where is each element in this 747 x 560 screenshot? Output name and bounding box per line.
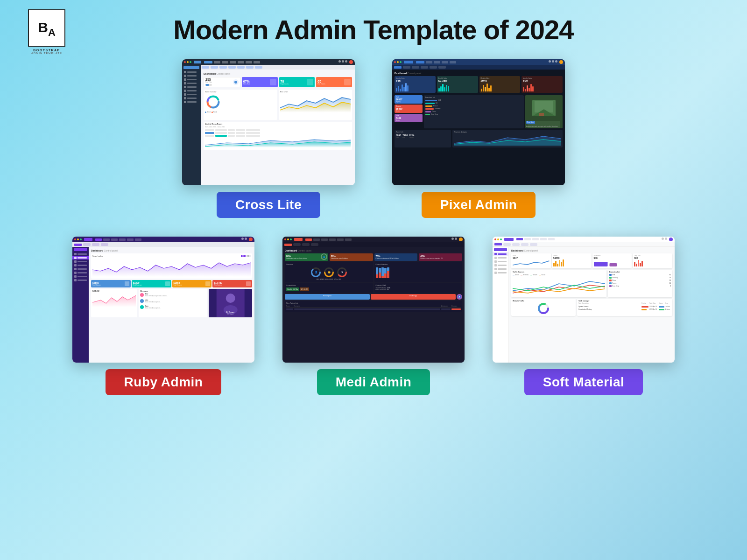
soft-material-label: Soft Material xyxy=(524,369,643,395)
svg-rect-24 xyxy=(609,263,617,266)
logo-area: BA BOOTSTRAP ADMIN TEMPLATE xyxy=(28,9,65,55)
ruby-admin-screenshot: Dashboard Control panel Server loading 1… xyxy=(72,237,254,363)
bottom-row: Dashboard Control panel Server loading 1… xyxy=(72,237,675,395)
template-medi-admin[interactable]: Dashboard Control panel 80% Satisfaction… xyxy=(282,237,465,395)
logo-letters: BA xyxy=(38,18,56,38)
soft-material-screenshot: Dashboard Control panel Visits 1047 Orde… xyxy=(493,237,675,363)
header: BA BOOTSTRAP ADMIN TEMPLATE Modern Admin… xyxy=(0,0,747,50)
pixel-admin-label: Pixel Admin xyxy=(422,192,536,218)
template-ruby-admin[interactable]: Dashboard Control panel Server loading 1… xyxy=(72,237,254,395)
svg-rect-23 xyxy=(594,262,608,266)
svg-point-12 xyxy=(226,294,235,303)
medi-admin-label: Medi Admin xyxy=(317,369,430,395)
svg-text:👶: 👶 xyxy=(327,271,331,274)
svg-rect-9 xyxy=(539,113,544,116)
brand-name: BOOTSTRAP xyxy=(33,49,60,52)
svg-text:👤: 👤 xyxy=(314,271,317,274)
templates-grid: Dashboard Control panel 255New Visits 67… xyxy=(0,50,747,405)
logo-box: BA xyxy=(28,9,65,47)
top-row: Dashboard Control panel 255New Visits 67… xyxy=(182,59,565,218)
ruby-admin-label: Ruby Admin xyxy=(106,369,222,395)
page-title: Modern Admin Template of 2024 xyxy=(173,14,573,45)
template-pixel-admin[interactable]: Dashboard Control panel Monthly Visits 6… xyxy=(392,59,565,218)
template-cross-lite[interactable]: Dashboard Control panel 255New Visits 67… xyxy=(182,59,355,218)
brand-sub: ADMIN TEMPLATE xyxy=(31,52,62,55)
cross-lite-screenshot: Dashboard Control panel 255New Visits 67… xyxy=(182,59,355,185)
pixel-admin-screenshot: Dashboard Control panel Monthly Visits 6… xyxy=(392,59,565,185)
svg-text:❤: ❤ xyxy=(341,271,343,273)
medi-admin-screenshot: Dashboard Control panel 80% Satisfaction… xyxy=(282,237,465,363)
template-soft-material[interactable]: Dashboard Control panel Visits 1047 Orde… xyxy=(493,237,675,395)
cross-lite-label: Cross Lite xyxy=(217,192,320,218)
